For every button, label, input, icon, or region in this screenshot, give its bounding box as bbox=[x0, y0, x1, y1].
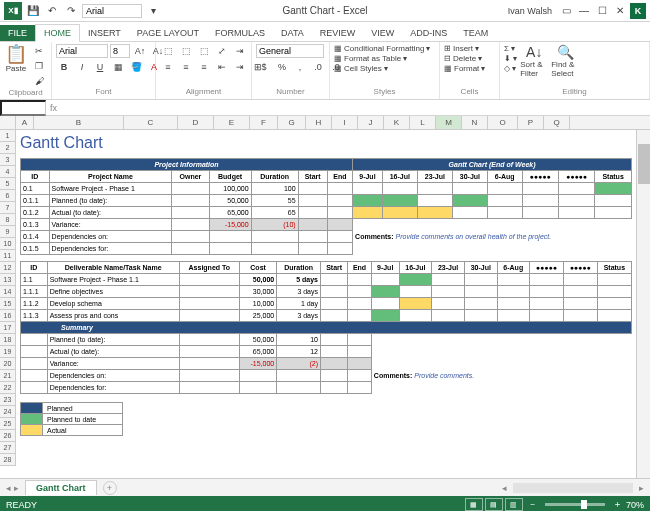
tab-review[interactable]: REVIEW bbox=[312, 25, 364, 41]
cell[interactable] bbox=[179, 274, 239, 286]
paste-button[interactable]: 📋Paste bbox=[4, 44, 28, 73]
row-header[interactable]: 27 bbox=[0, 442, 15, 454]
tab-nav-prev-icon[interactable]: ◂ bbox=[6, 483, 11, 493]
row-header[interactable]: 16 bbox=[0, 310, 15, 322]
tab-formulas[interactable]: FORMULAS bbox=[207, 25, 273, 41]
font-name-combo[interactable] bbox=[56, 44, 108, 58]
col-header-P[interactable]: P bbox=[518, 116, 544, 129]
font-size-combo[interactable] bbox=[110, 44, 130, 58]
col-header-F[interactable]: F bbox=[250, 116, 278, 129]
row-header[interactable]: 14 bbox=[0, 286, 15, 298]
h-scroll-left-icon[interactable]: ◂ bbox=[496, 483, 513, 493]
cell[interactable] bbox=[321, 370, 348, 382]
underline-icon[interactable]: U bbox=[92, 60, 108, 74]
fx-icon[interactable]: fx bbox=[46, 103, 61, 113]
col-header-I[interactable]: I bbox=[332, 116, 358, 129]
cell[interactable]: Software Project - Phase 1 bbox=[49, 183, 172, 195]
format-cells-button[interactable]: ▦ Format ▾ bbox=[444, 64, 485, 73]
align-bottom-icon[interactable]: ⬚ bbox=[196, 44, 212, 58]
cell[interactable] bbox=[298, 183, 327, 195]
cell[interactable]: Variance: bbox=[49, 219, 172, 231]
cell[interactable] bbox=[321, 286, 348, 298]
cell[interactable] bbox=[348, 286, 372, 298]
row-header[interactable]: 10 bbox=[0, 238, 15, 250]
tab-team[interactable]: TEAM bbox=[455, 25, 496, 41]
cell[interactable] bbox=[172, 219, 209, 231]
autosum-icon[interactable]: Σ ▾ bbox=[504, 44, 517, 53]
cell[interactable]: Define objectives bbox=[47, 286, 179, 298]
cell[interactable] bbox=[348, 274, 372, 286]
cell[interactable] bbox=[348, 298, 372, 310]
cut-icon[interactable]: ✂ bbox=[31, 44, 47, 58]
cell[interactable] bbox=[21, 358, 48, 370]
cell[interactable]: 30,000 bbox=[239, 286, 276, 298]
col-header-O[interactable]: O bbox=[488, 116, 518, 129]
cell[interactable] bbox=[348, 358, 372, 370]
row-header[interactable]: 12 bbox=[0, 262, 15, 274]
cell-styles-button[interactable]: ▦ Cell Styles ▾ bbox=[334, 64, 430, 73]
tab-file[interactable]: FILE bbox=[0, 25, 35, 41]
cell[interactable] bbox=[179, 370, 239, 382]
cell[interactable]: 0.1.1 bbox=[21, 195, 50, 207]
zoom-level[interactable]: 70% bbox=[626, 500, 644, 510]
increase-indent-icon[interactable]: ⇥ bbox=[232, 60, 248, 74]
row-header[interactable]: 25 bbox=[0, 418, 15, 430]
cell[interactable] bbox=[179, 298, 239, 310]
qat-font-combo[interactable] bbox=[82, 4, 142, 18]
cell[interactable]: Variance: bbox=[47, 358, 179, 370]
tab-insert[interactable]: INSERT bbox=[80, 25, 129, 41]
cell[interactable]: Software Project - Phase 1.1 bbox=[47, 274, 179, 286]
cell[interactable] bbox=[172, 183, 209, 195]
cell[interactable] bbox=[179, 286, 239, 298]
row-header[interactable]: 28 bbox=[0, 454, 15, 466]
align-top-icon[interactable]: ⬚ bbox=[160, 44, 176, 58]
cell[interactable]: 1.1.2 bbox=[21, 298, 48, 310]
maximize-icon[interactable]: ☐ bbox=[594, 3, 610, 19]
comma-icon[interactable]: , bbox=[292, 60, 308, 74]
sort-filter-button[interactable]: A↓Sort & Filter bbox=[520, 44, 548, 78]
format-painter-icon[interactable]: 🖌 bbox=[31, 74, 47, 88]
row-header[interactable]: 9 bbox=[0, 226, 15, 238]
cell[interactable] bbox=[321, 358, 348, 370]
cell[interactable] bbox=[298, 195, 327, 207]
bold-icon[interactable]: B bbox=[56, 60, 72, 74]
row-header[interactable]: 21 bbox=[0, 370, 15, 382]
border-icon[interactable]: ▦ bbox=[110, 60, 126, 74]
col-header-H[interactable]: H bbox=[306, 116, 332, 129]
tab-data[interactable]: DATA bbox=[273, 25, 312, 41]
cell[interactable] bbox=[327, 219, 352, 231]
cell[interactable] bbox=[321, 346, 348, 358]
row-header[interactable]: 4 bbox=[0, 166, 15, 178]
qat-customize-icon[interactable]: ▾ bbox=[145, 3, 161, 19]
sheet-tab-gantt[interactable]: Gantt Chart bbox=[25, 480, 97, 495]
cell[interactable] bbox=[327, 231, 352, 243]
row-header[interactable]: 26 bbox=[0, 430, 15, 442]
cell[interactable] bbox=[179, 382, 239, 394]
cell[interactable]: 3 days bbox=[277, 310, 321, 322]
cell[interactable]: (10) bbox=[251, 219, 298, 231]
cell[interactable]: 0.1.4 bbox=[21, 231, 50, 243]
col-header-E[interactable]: E bbox=[214, 116, 250, 129]
cell[interactable] bbox=[172, 231, 209, 243]
cell[interactable]: 0.1.2 bbox=[21, 207, 50, 219]
cell[interactable] bbox=[321, 298, 348, 310]
cell[interactable] bbox=[179, 346, 239, 358]
cell[interactable]: 50,000 bbox=[239, 334, 276, 346]
cell[interactable]: Assess pros and cons bbox=[47, 310, 179, 322]
cell[interactable] bbox=[251, 243, 298, 255]
close-icon[interactable]: ✕ bbox=[612, 3, 628, 19]
cell[interactable]: Dependencies on: bbox=[47, 370, 179, 382]
number-format-combo[interactable] bbox=[256, 44, 324, 58]
cell[interactable]: Develop schema bbox=[47, 298, 179, 310]
cell[interactable] bbox=[21, 334, 48, 346]
cell[interactable] bbox=[321, 274, 348, 286]
cell[interactable]: 65,000 bbox=[209, 207, 251, 219]
row-header[interactable]: 6 bbox=[0, 190, 15, 202]
cell[interactable] bbox=[327, 207, 352, 219]
zoom-out-icon[interactable]: － bbox=[528, 498, 537, 511]
col-header-N[interactable]: N bbox=[462, 116, 488, 129]
cell[interactable] bbox=[21, 370, 48, 382]
cell[interactable] bbox=[321, 310, 348, 322]
worksheet[interactable]: 1234567891011121314151617181920212223242… bbox=[0, 130, 650, 478]
row-header[interactable]: 1 bbox=[0, 130, 15, 142]
